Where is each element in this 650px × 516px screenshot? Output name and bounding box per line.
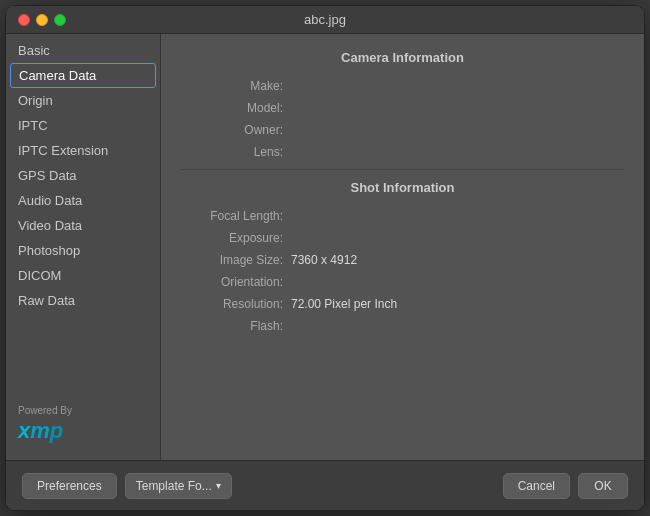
model-row: Model: (181, 101, 624, 115)
focal-length-label: Focal Length: (181, 209, 291, 223)
model-label: Model: (181, 101, 291, 115)
exposure-label: Exposure: (181, 231, 291, 245)
make-row: Make: (181, 79, 624, 93)
ok-button[interactable]: OK (578, 473, 628, 499)
window-title: abc.jpg (304, 12, 346, 27)
image-size-row: Image Size: 7360 x 4912 (181, 253, 624, 267)
resolution-label: Resolution: (181, 297, 291, 311)
sidebar-item-audio-data[interactable]: Audio Data (6, 188, 160, 213)
camera-section-title: Camera Information (181, 50, 624, 69)
focal-length-row: Focal Length: (181, 209, 624, 223)
lens-row: Lens: (181, 145, 624, 159)
main-panel: Camera Information Make: Model: Owner: L… (161, 34, 644, 460)
powered-by-label: Powered By (18, 405, 72, 416)
resolution-row: Resolution: 72.00 Pixel per Inch (181, 297, 624, 311)
section-divider (181, 169, 624, 170)
content-area: Basic Camera Data Origin IPTC IPTC Exten… (6, 34, 644, 460)
image-size-value: 7360 x 4912 (291, 253, 624, 267)
exposure-row: Exposure: (181, 231, 624, 245)
template-label: Template Fo... (136, 479, 212, 493)
flash-label: Flash: (181, 319, 291, 333)
sidebar-item-photoshop[interactable]: Photoshop (6, 238, 160, 263)
sidebar: Basic Camera Data Origin IPTC IPTC Exten… (6, 34, 161, 460)
sidebar-item-raw-data[interactable]: Raw Data (6, 288, 160, 313)
orientation-row: Orientation: (181, 275, 624, 289)
maximize-button[interactable] (54, 14, 66, 26)
orientation-label: Orientation: (181, 275, 291, 289)
cancel-button[interactable]: Cancel (503, 473, 570, 499)
close-button[interactable] (18, 14, 30, 26)
sidebar-item-camera-data[interactable]: Camera Data (10, 63, 156, 88)
owner-label: Owner: (181, 123, 291, 137)
minimize-button[interactable] (36, 14, 48, 26)
image-size-label: Image Size: (181, 253, 291, 267)
sidebar-item-iptc-extension[interactable]: IPTC Extension (6, 138, 160, 163)
template-dropdown[interactable]: Template Fo... ▾ (125, 473, 232, 499)
sidebar-item-origin[interactable]: Origin (6, 88, 160, 113)
sidebar-item-iptc[interactable]: IPTC (6, 113, 160, 138)
resolution-value: 72.00 Pixel per Inch (291, 297, 624, 311)
sidebar-item-dicom[interactable]: DICOM (6, 263, 160, 288)
sidebar-item-gps-data[interactable]: GPS Data (6, 163, 160, 188)
owner-row: Owner: (181, 123, 624, 137)
make-label: Make: (181, 79, 291, 93)
powered-by-section: Powered By xmp (6, 393, 160, 456)
preferences-button[interactable]: Preferences (22, 473, 117, 499)
footer-right: Cancel OK (503, 473, 628, 499)
sidebar-item-video-data[interactable]: Video Data (6, 213, 160, 238)
footer: Preferences Template Fo... ▾ Cancel OK (6, 460, 644, 510)
lens-label: Lens: (181, 145, 291, 159)
traffic-lights (18, 14, 66, 26)
xmp-logo: xmp (18, 418, 63, 444)
flash-row: Flash: (181, 319, 624, 333)
shot-section-title: Shot Information (181, 180, 624, 199)
titlebar: abc.jpg (6, 6, 644, 34)
sidebar-item-basic[interactable]: Basic (6, 38, 160, 63)
footer-left: Preferences Template Fo... ▾ (22, 473, 232, 499)
main-window: abc.jpg Basic Camera Data Origin IPTC IP… (5, 5, 645, 511)
chevron-down-icon: ▾ (216, 480, 221, 491)
